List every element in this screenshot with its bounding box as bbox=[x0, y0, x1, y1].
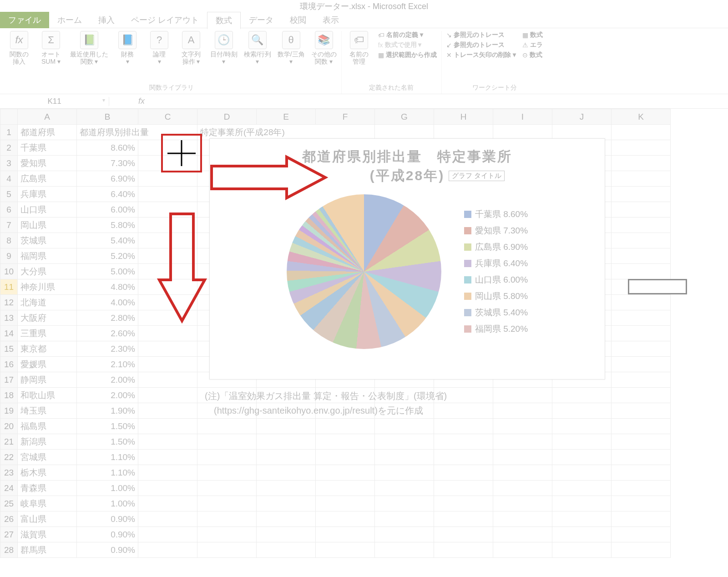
worksheet-grid[interactable]: ABCDEFGHIJK1都道府県都道府県別排出量特定事業所(平成28年)2千葉県… bbox=[0, 109, 728, 558]
cell[interactable] bbox=[552, 450, 612, 465]
cell[interactable] bbox=[612, 434, 671, 450]
legend-item[interactable]: 兵庫県 6.40% bbox=[464, 258, 528, 269]
row-header[interactable]: 23 bbox=[0, 465, 18, 481]
cell[interactable] bbox=[375, 434, 434, 450]
cell[interactable]: 2.60% bbox=[77, 326, 138, 341]
cell[interactable] bbox=[552, 465, 612, 481]
formula-input[interactable] bbox=[150, 94, 728, 108]
cell[interactable] bbox=[434, 511, 493, 527]
cell[interactable] bbox=[552, 419, 612, 434]
cell[interactable] bbox=[493, 496, 552, 511]
cell[interactable]: 広島県 bbox=[18, 171, 77, 187]
cell[interactable] bbox=[493, 511, 552, 527]
tab-home[interactable]: ホーム bbox=[49, 12, 90, 28]
cell[interactable] bbox=[612, 187, 671, 202]
cell[interactable]: 静岡県 bbox=[18, 372, 77, 388]
cell[interactable] bbox=[375, 450, 434, 465]
cell[interactable]: 0.90% bbox=[77, 527, 138, 542]
cell[interactable] bbox=[138, 527, 197, 542]
cell[interactable] bbox=[612, 527, 671, 542]
cell[interactable]: 青森県 bbox=[18, 481, 77, 496]
define-name-button[interactable]: 🏷 名前の定義 ▾ bbox=[378, 31, 437, 39]
row-header[interactable]: 26 bbox=[0, 511, 18, 527]
cell[interactable] bbox=[257, 542, 316, 558]
cell[interactable]: 1.10% bbox=[77, 465, 138, 481]
cell[interactable]: 和歌山県 bbox=[18, 388, 77, 403]
row-header[interactable]: 3 bbox=[0, 156, 18, 171]
row-header[interactable]: 10 bbox=[0, 264, 18, 279]
cell[interactable] bbox=[138, 357, 197, 372]
cell[interactable] bbox=[612, 388, 671, 403]
create-from-selection-button[interactable]: ▦ 選択範囲から作成 bbox=[378, 51, 437, 59]
cell[interactable]: 都道府県 bbox=[18, 125, 77, 140]
cell[interactable] bbox=[138, 481, 197, 496]
cell[interactable]: 大分県 bbox=[18, 264, 77, 279]
row-header[interactable]: 13 bbox=[0, 310, 18, 326]
cell[interactable]: 兵庫県 bbox=[18, 187, 77, 202]
math-button[interactable]: θ数学/三角 ▾ bbox=[278, 31, 305, 65]
row-header[interactable]: 20 bbox=[0, 419, 18, 434]
column-header[interactable]: A bbox=[18, 109, 77, 125]
cell[interactable] bbox=[552, 511, 612, 527]
tab-file[interactable]: ファイル bbox=[0, 12, 49, 28]
cell[interactable]: 千葉県 bbox=[18, 140, 77, 156]
tab-review[interactable]: 校閲 bbox=[282, 12, 314, 28]
cell[interactable] bbox=[612, 264, 671, 279]
cell[interactable] bbox=[138, 171, 197, 187]
name-manager-button[interactable]: 🏷名前の 管理 bbox=[346, 31, 372, 65]
cell[interactable]: 北海道 bbox=[18, 295, 77, 310]
cell[interactable] bbox=[552, 542, 612, 558]
cell[interactable]: 0.90% bbox=[77, 542, 138, 558]
column-header[interactable]: C bbox=[138, 109, 197, 125]
cell[interactable] bbox=[316, 465, 375, 481]
cell[interactable] bbox=[316, 527, 375, 542]
cell[interactable] bbox=[257, 511, 316, 527]
row-header[interactable]: 16 bbox=[0, 357, 18, 372]
cell[interactable]: 群馬県 bbox=[18, 542, 77, 558]
cell[interactable]: 4.80% bbox=[77, 279, 138, 295]
cell[interactable]: 5.00% bbox=[77, 264, 138, 279]
row-header[interactable]: 2 bbox=[0, 140, 18, 156]
cell[interactable]: 福岡県 bbox=[18, 248, 77, 264]
cell[interactable] bbox=[197, 465, 257, 481]
row-header[interactable]: 24 bbox=[0, 481, 18, 496]
cell[interactable] bbox=[612, 465, 671, 481]
cell[interactable]: 特定事業所(平成28年) bbox=[197, 125, 375, 140]
cell[interactable] bbox=[612, 326, 671, 341]
cell[interactable] bbox=[552, 496, 612, 511]
cell[interactable] bbox=[197, 450, 257, 465]
row-header[interactable]: 22 bbox=[0, 450, 18, 465]
cell[interactable] bbox=[197, 419, 257, 434]
evaluate-button[interactable]: ⊙ 数式 bbox=[522, 51, 543, 59]
cell[interactable] bbox=[612, 511, 671, 527]
cell[interactable]: 6.40% bbox=[77, 187, 138, 202]
cell[interactable]: 愛媛県 bbox=[18, 357, 77, 372]
cell[interactable] bbox=[257, 527, 316, 542]
cell[interactable]: 1.90% bbox=[77, 403, 138, 419]
cell[interactable]: 7.30% bbox=[77, 156, 138, 171]
cell[interactable]: 2.00% bbox=[77, 388, 138, 403]
cell[interactable] bbox=[612, 403, 671, 419]
cell[interactable] bbox=[493, 465, 552, 481]
cell[interactable] bbox=[138, 496, 197, 511]
more-functions-button[interactable]: 📚その他の 関数 ▾ bbox=[311, 31, 337, 65]
cell[interactable] bbox=[493, 388, 552, 403]
cell[interactable]: 大阪府 bbox=[18, 310, 77, 326]
cell[interactable] bbox=[612, 125, 671, 140]
cell[interactable] bbox=[257, 450, 316, 465]
cell[interactable] bbox=[612, 202, 671, 218]
cell[interactable] bbox=[612, 481, 671, 496]
cell[interactable]: 2.10% bbox=[77, 357, 138, 372]
column-header[interactable]: H bbox=[434, 109, 493, 125]
cell[interactable]: 滋賀県 bbox=[18, 527, 77, 542]
error-check-button[interactable]: ⚠ エラ bbox=[522, 41, 543, 49]
cell[interactable]: 6.00% bbox=[77, 202, 138, 218]
cell[interactable]: 神奈川県 bbox=[18, 279, 77, 295]
cell[interactable] bbox=[612, 357, 671, 372]
datetime-button[interactable]: 🕒日付/時刻 ▾ bbox=[210, 31, 238, 65]
column-header[interactable]: F bbox=[316, 109, 375, 125]
cell[interactable]: 1.50% bbox=[77, 419, 138, 434]
cell[interactable] bbox=[316, 542, 375, 558]
cell[interactable] bbox=[493, 419, 552, 434]
cell[interactable] bbox=[493, 481, 552, 496]
